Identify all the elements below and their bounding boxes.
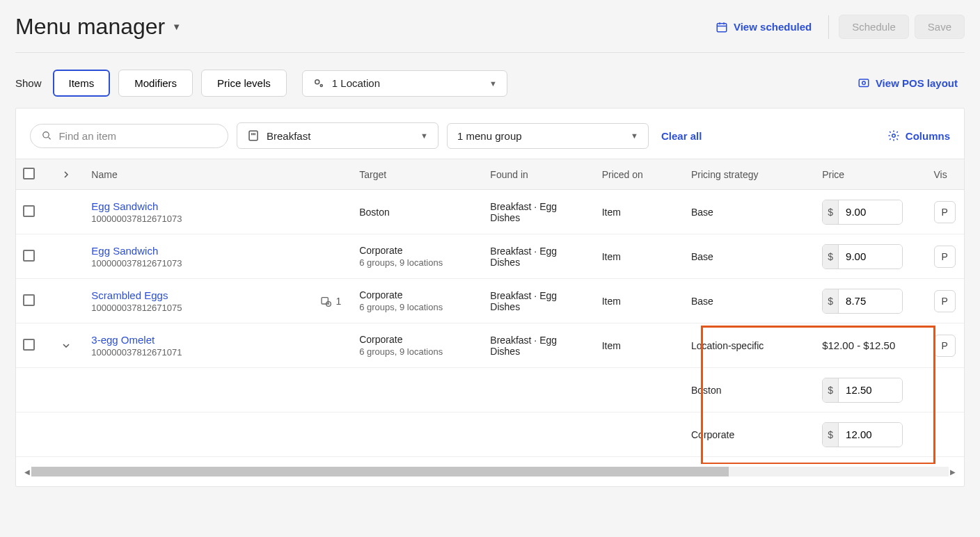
currency-symbol: $ <box>823 423 839 447</box>
calendar-icon <box>716 21 728 33</box>
target-sub: 6 groups, 9 locations <box>359 257 476 268</box>
tab-price-levels[interactable]: Price levels <box>201 70 287 97</box>
location-filter-dropdown[interactable]: 1 Location ▼ <box>302 70 507 97</box>
table-row: Egg Sandwich100000037812671073BostonBrea… <box>16 190 964 234</box>
found-in-text: Breakfast · Egg Dishes <box>483 190 594 234</box>
priced-on-text: Item <box>595 234 684 279</box>
page-header: Menu manager ▼ View scheduled Schedule S… <box>15 6 965 53</box>
sub-row: Boston$ <box>16 368 964 412</box>
menu-icon <box>247 129 260 142</box>
row-checkbox[interactable] <box>23 339 35 351</box>
view-pos-layout-button[interactable]: View POS layout <box>851 72 965 95</box>
svg-point-1 <box>315 79 319 83</box>
currency-symbol: $ <box>823 245 839 268</box>
item-name-link[interactable]: Egg Sandwich <box>91 200 182 212</box>
view-pos-label: View POS layout <box>876 77 958 89</box>
calendar-clock-icon <box>320 296 331 307</box>
columns-button[interactable]: Columns <box>887 129 950 142</box>
chevron-down-icon: ▼ <box>420 131 428 140</box>
clear-all-link[interactable]: Clear all <box>661 130 702 142</box>
title-dropdown-caret[interactable]: ▼ <box>172 22 181 32</box>
location-label: Corporate <box>684 412 815 457</box>
group-filter-dropdown[interactable]: 1 menu group ▼ <box>447 123 649 149</box>
price-range-text: $12.00 - $12.50 <box>822 339 895 351</box>
chevron-down-icon[interactable] <box>62 342 70 350</box>
content-card: Breakfast ▼ 1 menu group ▼ Clear all Col… <box>15 108 965 487</box>
target-text: Corporate <box>359 289 476 300</box>
search-input[interactable] <box>58 130 216 142</box>
found-in-text: Breakfast · Egg Dishes <box>483 279 594 323</box>
priced-on-text: Item <box>595 323 684 368</box>
table-row: 3-egg Omelet100000037812671071Corporate6… <box>16 323 964 368</box>
item-id: 100000037812671073 <box>91 214 182 224</box>
found-in-text: Breakfast · Egg Dishes <box>483 323 594 368</box>
price-input[interactable]: $ <box>822 378 903 403</box>
col-found: Found in <box>483 159 594 190</box>
target-sub: 6 groups, 9 locations <box>359 346 476 357</box>
svg-point-2 <box>320 84 322 86</box>
item-name-link[interactable]: Egg Sandwich <box>91 245 182 257</box>
price-field[interactable] <box>839 289 902 313</box>
scheduled-badge: 1 <box>320 296 341 307</box>
item-id: 100000037812671071 <box>91 347 182 358</box>
row-checkbox[interactable] <box>23 294 35 306</box>
location-label: Boston <box>684 368 815 412</box>
price-field[interactable] <box>839 245 902 268</box>
price-input[interactable]: $ <box>822 422 903 447</box>
location-pin-icon <box>313 77 325 90</box>
item-name-link[interactable]: 3-egg Omelet <box>91 334 182 346</box>
target-text: Boston <box>359 207 476 218</box>
found-in-text: Breakfast · Egg Dishes <box>483 234 594 279</box>
visibility-button[interactable]: P <box>934 335 956 357</box>
target-sub: 6 groups, 9 locations <box>359 302 476 312</box>
search-input-wrap[interactable] <box>30 124 228 148</box>
menu-filter-dropdown[interactable]: Breakfast ▼ <box>237 122 438 149</box>
svg-rect-8 <box>322 297 328 303</box>
priced-on-text: Item <box>595 190 684 234</box>
horizontal-scrollbar[interactable]: ◀ ▶ <box>23 467 957 476</box>
pricing-strategy-text: Location-specific <box>684 323 815 368</box>
svg-point-5 <box>43 132 49 138</box>
menu-filter-label: Breakfast <box>267 130 310 142</box>
priced-on-text: Item <box>595 279 684 323</box>
chevron-down-icon: ▼ <box>631 131 638 140</box>
tab-modifiers[interactable]: Modifiers <box>118 70 193 97</box>
price-field[interactable] <box>839 200 902 224</box>
chevron-down-icon: ▼ <box>489 79 497 88</box>
svg-rect-0 <box>717 23 727 31</box>
page-title: Menu manager <box>15 14 165 40</box>
chevron-right-icon[interactable] <box>62 170 70 179</box>
col-target: Target <box>352 159 483 190</box>
row-checkbox[interactable] <box>23 205 35 217</box>
svg-point-7 <box>892 134 896 138</box>
target-text: Corporate <box>359 245 476 256</box>
price-input[interactable]: $ <box>822 289 903 314</box>
table-wrap: Name Target Found in Priced on Pricing s… <box>16 159 964 464</box>
schedule-button[interactable]: Schedule <box>839 15 909 39</box>
view-scheduled-button[interactable]: View scheduled <box>709 15 819 39</box>
currency-symbol: $ <box>823 289 839 313</box>
gear-icon <box>887 129 900 142</box>
sub-row: Corporate$ <box>16 412 964 457</box>
pricing-strategy-text: Base <box>684 279 815 323</box>
col-name: Name <box>84 159 352 190</box>
view-scheduled-label: View scheduled <box>734 21 812 33</box>
visibility-button[interactable]: P <box>934 246 956 268</box>
currency-symbol: $ <box>823 378 839 402</box>
select-all-checkbox[interactable] <box>23 168 35 179</box>
pricing-strategy-text: Base <box>684 234 815 279</box>
toolbar: Show Items Modifiers Price levels 1 Loca… <box>15 53 965 108</box>
table-row: Egg Sandwich100000037812671073Corporate6… <box>16 234 964 279</box>
visibility-button[interactable]: P <box>934 290 956 312</box>
col-strategy: Pricing strategy <box>684 159 815 190</box>
price-input[interactable]: $ <box>822 244 903 269</box>
item-name-link[interactable]: Scrambled Eggs <box>91 289 182 301</box>
tab-items[interactable]: Items <box>53 70 111 97</box>
layout-icon <box>858 77 870 90</box>
save-button[interactable]: Save <box>915 15 965 39</box>
row-checkbox[interactable] <box>23 250 35 262</box>
visibility-button[interactable]: P <box>934 201 956 223</box>
price-field[interactable] <box>839 423 902 447</box>
price-field[interactable] <box>839 378 902 402</box>
price-input[interactable]: $ <box>822 200 903 225</box>
